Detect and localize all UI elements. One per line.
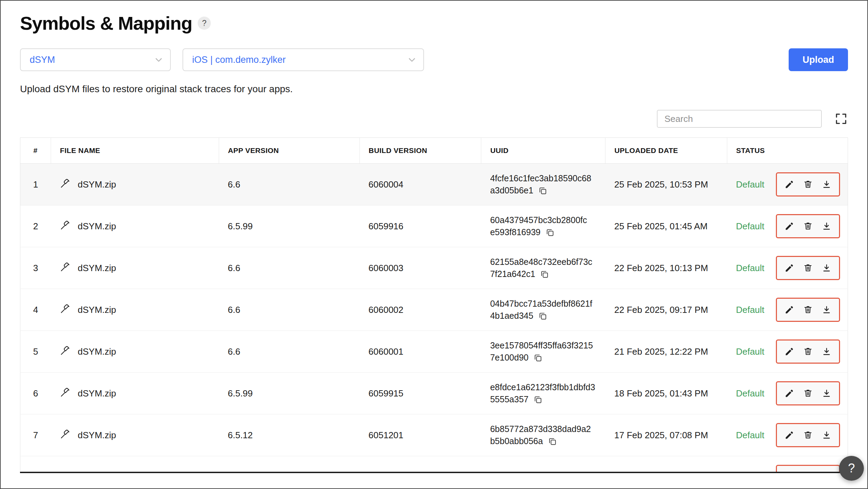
column-header: FILE NAME [51, 138, 219, 164]
delete-icon[interactable] [803, 263, 813, 273]
app-dropdown-value: iOS | com.demo.zylker [192, 55, 286, 65]
table-body: 1 dSYM.zip 6.6 6060004 4fcfe16c1fec3ab18… [20, 164, 848, 473]
edit-icon[interactable] [785, 389, 794, 398]
table-row[interactable]: 7 dSYM.zip 6.5.12 6051201 6b85772a873d33… [20, 414, 848, 456]
column-header: UUID [481, 138, 605, 164]
table-row[interactable]: 2 dSYM.zip 6.5.99 6059916 60a4379457bc3c… [20, 205, 848, 247]
status-badge: Default [736, 346, 764, 357]
copy-icon[interactable] [538, 311, 547, 320]
table-row[interactable]: 6 dSYM.zip 6.5.99 6059915 e8fdce1a62123f… [20, 373, 848, 414]
delete-icon[interactable] [803, 180, 813, 189]
app-dropdown[interactable]: iOS | com.demo.zylker [183, 48, 424, 71]
title-help-icon[interactable]: ? [198, 17, 211, 30]
download-icon[interactable] [822, 180, 831, 189]
edit-icon[interactable] [785, 430, 794, 440]
uploaded-date: 21 Feb 2025, 12:22 PM [605, 331, 727, 373]
page-description: Upload dSYM files to restore original st… [20, 84, 848, 95]
download-icon[interactable] [822, 305, 831, 315]
delete-icon[interactable] [803, 430, 813, 440]
floating-help-button[interactable]: ? [839, 456, 864, 481]
file-name: dSYM.zip [78, 346, 116, 357]
row-index: 1 [20, 164, 51, 205]
uuid-line1: 04b47bcc71a53defbf8621f [490, 299, 592, 308]
uploaded-date: 25 Feb 2025, 10:53 PM [605, 164, 727, 205]
symbol-type-value: dSYM [30, 55, 55, 65]
uuid-cell: 4fcfe16c1fec3ab18590c68 a3d05b6e1 [481, 164, 605, 205]
delete-icon[interactable] [803, 389, 813, 398]
symbol-type-dropdown[interactable]: dSYM [20, 48, 171, 71]
status-badge: Default [736, 305, 764, 315]
uuid-line2: 7f21a642c1 [490, 268, 535, 280]
copy-icon[interactable] [533, 353, 542, 362]
edit-icon[interactable] [785, 221, 794, 231]
delete-icon[interactable] [803, 472, 813, 473]
table-row[interactable]: 3 dSYM.zip 6.6 6060003 62155a8e48c732eeb… [20, 247, 848, 289]
file-name-cell: dSYM.zip [51, 331, 219, 373]
file-name: dSYM.zip [78, 388, 116, 399]
page-title: Symbols & Mapping [20, 12, 192, 34]
download-icon[interactable] [822, 347, 831, 356]
row-actions-highlight-box [776, 423, 840, 447]
copy-icon[interactable] [548, 437, 557, 446]
row-index: 7 [20, 414, 51, 456]
row-actions-highlight-box [776, 214, 840, 238]
hammer-icon [60, 261, 71, 275]
uuid-cell: 62155a8e48c732eeb6f73c 7f21a642c1 [481, 247, 605, 289]
status-badge: Default [736, 221, 764, 231]
edit-icon[interactable] [785, 305, 794, 315]
uuid-cell: 6b85772a873d338dad9a2 b5b0abb056a [481, 414, 605, 456]
copy-icon[interactable] [540, 270, 549, 279]
copy-icon[interactable] [533, 395, 542, 404]
row-actions-highlight-box [776, 256, 840, 280]
column-header: UPLOADED DATE [605, 138, 727, 164]
row-index: 5 [20, 331, 51, 373]
row-index: 6 [20, 373, 51, 414]
build-version: 6059916 [359, 205, 481, 247]
uuid-line1: 60a4379457bc3cb2800fc [490, 215, 587, 225]
uuid-cell: 3ee1578054ff35ffa63f3215 7e100d90 [481, 331, 605, 373]
table-header-row: #FILE NAMEAPP VERSIONBUILD VERSIONUUIDUP… [20, 138, 848, 164]
download-icon[interactable] [822, 263, 831, 273]
table-row[interactable]: 1 dSYM.zip 6.6 6060004 4fcfe16c1fec3ab18… [20, 164, 848, 205]
filters-row: dSYM iOS | com.demo.zylker Upload [20, 48, 848, 71]
file-name-cell: dSYM.zip [51, 247, 219, 289]
status-badge: Default [736, 430, 764, 440]
row-index [20, 456, 51, 473]
search-input[interactable] [657, 110, 822, 128]
table-row[interactable]: 533a83f8a33038f9b569a5 [20, 456, 848, 473]
download-icon[interactable] [822, 430, 831, 440]
delete-icon[interactable] [803, 305, 813, 315]
uuid-line2: 4b1aed345 [490, 310, 533, 322]
build-version: 6060003 [359, 247, 481, 289]
edit-icon[interactable] [785, 263, 794, 273]
file-name-cell: dSYM.zip [51, 164, 219, 205]
build-version: 6060001 [359, 331, 481, 373]
copy-icon[interactable] [545, 228, 554, 237]
uuid-line1: 6b85772a873d338dad9a2 [490, 424, 591, 434]
delete-icon[interactable] [803, 221, 813, 231]
delete-icon[interactable] [803, 347, 813, 356]
table-row[interactable]: 4 dSYM.zip 6.6 6060002 04b47bcc71a53defb… [20, 289, 848, 331]
status-cell: Default [727, 164, 848, 205]
row-index: 3 [20, 247, 51, 289]
table-row[interactable]: 5 dSYM.zip 6.6 6060001 3ee1578054ff35ffa… [20, 331, 848, 373]
edit-icon[interactable] [785, 180, 794, 189]
edit-icon[interactable] [785, 472, 794, 473]
app-version: 6.6 [219, 247, 359, 289]
status-badge: Default [736, 388, 764, 399]
download-icon[interactable] [822, 472, 831, 473]
uuid-cell: 533a83f8a33038f9b569a5 [481, 456, 605, 473]
download-icon[interactable] [822, 221, 831, 231]
status-cell: Default [727, 289, 848, 331]
edit-icon[interactable] [785, 347, 794, 356]
upload-button[interactable]: Upload [789, 48, 848, 71]
file-name: dSYM.zip [78, 430, 116, 441]
column-header: APP VERSION [219, 138, 359, 164]
copy-icon[interactable] [538, 186, 547, 195]
uploaded-date [605, 456, 727, 473]
fullscreen-icon[interactable] [834, 112, 848, 126]
page-header: Symbols & Mapping ? [20, 12, 848, 34]
file-name: dSYM.zip [78, 263, 116, 274]
download-icon[interactable] [822, 389, 831, 398]
uuid-line2: b5b0abb056a [490, 435, 543, 447]
